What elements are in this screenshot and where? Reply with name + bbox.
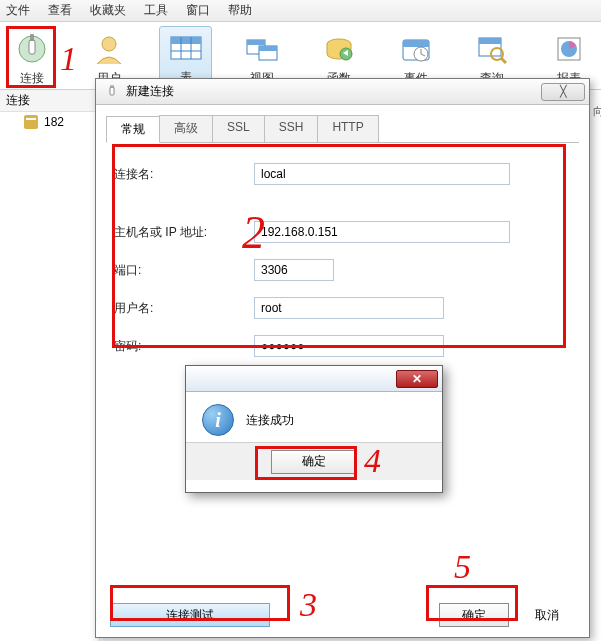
msgbox-ok-button[interactable]: 确定	[271, 450, 357, 474]
dialog-close-button[interactable]: ╳	[541, 83, 585, 101]
input-connection-name[interactable]	[254, 163, 510, 185]
menu-favorites[interactable]: 收藏夹	[90, 2, 126, 19]
svg-rect-6	[171, 37, 201, 44]
svg-rect-22	[479, 38, 501, 44]
user-icon	[89, 30, 129, 68]
sidebar-item-182[interactable]: 182	[0, 112, 99, 132]
button-test-connection[interactable]: 连接测试	[110, 603, 270, 627]
database-icon	[24, 115, 38, 129]
svg-rect-1	[29, 40, 35, 54]
right-edge-text: 向	[595, 104, 601, 119]
button-ok[interactable]: 确定	[439, 603, 509, 627]
dialog-tabs: 常规 高级 SSL SSH HTTP	[106, 115, 579, 143]
tab-general[interactable]: 常规	[106, 116, 160, 143]
new-connection-dialog: 新建连接 ╳ 常规 高级 SSL SSH HTTP 连接名: 主机名或 IP 地…	[95, 78, 590, 638]
msgbox-titlebar: ✕	[186, 366, 442, 392]
button-cancel[interactable]: 取消	[519, 603, 575, 627]
menu-window[interactable]: 窗口	[186, 2, 210, 19]
sidebar-item-label: 182	[44, 115, 64, 129]
svg-rect-27	[110, 87, 114, 95]
label-connection-name: 连接名:	[114, 166, 254, 183]
input-host[interactable]	[254, 221, 510, 243]
dialog-title: 新建连接	[126, 83, 541, 100]
connection-form: 连接名: 主机名或 IP 地址: 端口: 用户名: 密码: 保存密码	[96, 143, 589, 402]
table-icon	[166, 29, 206, 67]
input-user[interactable]	[254, 297, 444, 319]
toolbar-connect[interactable]: 连接	[6, 30, 59, 87]
label-host: 主机名或 IP 地址:	[114, 224, 254, 241]
event-icon	[396, 30, 436, 68]
tab-ssl[interactable]: SSL	[212, 115, 265, 142]
dialog-button-row: 连接测试 确定 取消	[96, 603, 589, 627]
msgbox-close-button[interactable]: ✕	[396, 370, 438, 388]
label-port: 端口:	[114, 262, 254, 279]
info-icon: i	[202, 404, 234, 436]
menu-file[interactable]: 文件	[6, 2, 30, 19]
menu-tools[interactable]: 工具	[144, 2, 168, 19]
label-password: 密码:	[114, 338, 254, 355]
function-icon	[319, 30, 359, 68]
label-user: 用户名:	[114, 300, 254, 317]
sidebar: 连接 182	[0, 90, 100, 641]
message-box: ✕ i 连接成功 确定	[185, 365, 443, 493]
input-password[interactable]	[254, 335, 444, 357]
tab-advanced[interactable]: 高级	[159, 115, 213, 142]
svg-point-4	[102, 37, 116, 51]
dialog-titlebar: 新建连接 ╳	[96, 79, 589, 105]
menu-help[interactable]: 帮助	[228, 2, 252, 19]
tab-ssh[interactable]: SSH	[264, 115, 319, 142]
menu-view[interactable]: 查看	[48, 2, 72, 19]
input-port[interactable]	[254, 259, 334, 281]
toolbar-connect-label: 连接	[20, 70, 44, 87]
sidebar-header: 连接	[0, 90, 99, 112]
view-icon	[242, 30, 282, 68]
report-icon	[549, 30, 589, 68]
query-icon	[472, 30, 512, 68]
msgbox-text: 连接成功	[246, 412, 294, 429]
svg-rect-13	[259, 46, 277, 51]
svg-rect-11	[247, 40, 265, 45]
menu-bar: 文件 查看 收藏夹 工具 窗口 帮助	[0, 0, 601, 22]
plug-small-icon	[104, 84, 120, 100]
plug-icon	[12, 30, 52, 68]
tab-http[interactable]: HTTP	[317, 115, 378, 142]
svg-rect-17	[403, 40, 429, 47]
svg-line-24	[501, 58, 506, 63]
